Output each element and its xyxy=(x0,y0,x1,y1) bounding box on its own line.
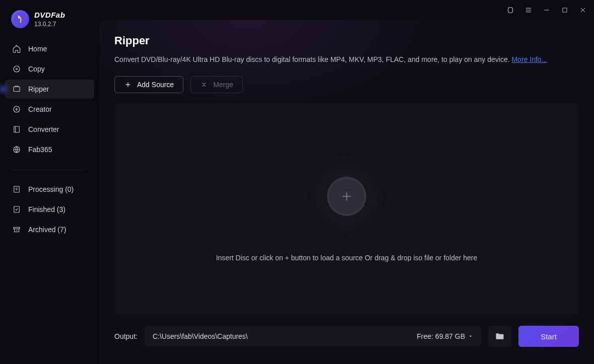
svg-point-1 xyxy=(18,17,20,18)
drop-circle-area xyxy=(306,156,387,237)
content-area: Ripper Convert DVD/Blu-ray/4K Ultra HD B… xyxy=(99,20,594,364)
processing-icon xyxy=(12,185,21,194)
browse-folder-button[interactable] xyxy=(488,326,511,347)
sidebar-item-processing[interactable]: Processing (0) xyxy=(5,180,94,199)
ripper-icon xyxy=(12,85,21,94)
finished-icon xyxy=(12,205,21,214)
close-button[interactable] xyxy=(578,5,588,15)
sidebar-divider xyxy=(11,169,88,170)
start-label: Start xyxy=(541,332,557,341)
sidebar-item-finished[interactable]: Finished (3) xyxy=(5,200,94,219)
page-title: Ripper xyxy=(114,34,579,47)
app-logo-icon xyxy=(11,10,29,28)
sidebar-item-label: Finished (3) xyxy=(28,205,65,213)
menu-icon[interactable] xyxy=(523,5,534,15)
svg-point-2 xyxy=(14,66,20,72)
sidebar-item-label: Creator xyxy=(28,105,52,113)
page-header: Ripper Convert DVD/Blu-ray/4K Ultra HD B… xyxy=(99,20,594,65)
sidebar-item-home[interactable]: Home xyxy=(5,39,94,58)
notify-icon[interactable] xyxy=(505,5,515,15)
logo-area: DVDFab 13.0.2.7 xyxy=(0,0,99,38)
archived-icon xyxy=(12,225,21,234)
dropzone[interactable]: Insert Disc or click on + button to load… xyxy=(114,103,579,315)
merge-icon xyxy=(200,81,208,89)
add-source-label: Add Source xyxy=(137,81,174,89)
drop-hint: Insert Disc or click on + button to load… xyxy=(216,254,478,262)
page-description: Convert DVD/Blu-ray/4K Ultra HD Blu-ray … xyxy=(114,54,579,65)
svg-rect-9 xyxy=(14,186,20,192)
sidebar-item-creator[interactable]: Creator xyxy=(5,100,94,119)
converter-icon xyxy=(12,125,21,134)
sidebar-item-archived[interactable]: Archived (7) xyxy=(5,220,94,239)
sidebar-item-label: Fab365 xyxy=(28,145,52,154)
svg-rect-4 xyxy=(14,87,20,92)
main: Ripper Convert DVD/Blu-ray/4K Ultra HD B… xyxy=(99,0,594,364)
sidebar-item-label: Home xyxy=(28,45,47,53)
toolbar: Add Source Merge xyxy=(99,65,594,93)
merge-button[interactable]: Merge xyxy=(190,76,243,93)
sidebar-item-converter[interactable]: Converter xyxy=(5,120,94,139)
svg-point-3 xyxy=(16,68,18,70)
svg-rect-20 xyxy=(563,8,567,12)
sidebar-item-copy[interactable]: Copy xyxy=(5,59,94,79)
app-version: 13.0.2.7 xyxy=(34,21,65,28)
sidebar-item-label: Processing (0) xyxy=(28,185,74,193)
caret-down-icon xyxy=(468,334,473,339)
free-space-dropdown[interactable]: Free: 69.87 GB xyxy=(417,332,473,340)
add-source-button[interactable]: Add Source xyxy=(114,76,183,93)
copy-icon xyxy=(12,64,21,74)
task-list: Processing (0) Finished (3) Archived (7) xyxy=(0,179,99,240)
creator-icon xyxy=(12,105,21,114)
svg-point-0 xyxy=(14,13,27,26)
sidebar-item-label: Copy xyxy=(28,65,45,73)
sidebar-item-label: Ripper xyxy=(28,85,49,93)
titlebar xyxy=(99,0,594,20)
sidebar-item-label: Converter xyxy=(28,125,59,133)
svg-rect-6 xyxy=(14,126,20,132)
maximize-button[interactable] xyxy=(560,5,570,15)
minimize-button[interactable] xyxy=(542,5,552,15)
sidebar-item-label: Archived (7) xyxy=(28,226,66,234)
plus-icon xyxy=(124,81,132,89)
more-info-link[interactable]: More Info... xyxy=(511,55,547,63)
sidebar-item-fab365[interactable]: Fab365 xyxy=(5,140,94,159)
start-button[interactable]: Start xyxy=(518,326,579,347)
output-label: Output: xyxy=(114,332,138,340)
folder-icon xyxy=(495,331,505,341)
nav-list: Home Copy Ripper Creator Converter Fab36… xyxy=(0,38,99,160)
sidebar: DVDFab 13.0.2.7 Home Copy Ripper Creator… xyxy=(0,0,99,364)
sidebar-item-ripper[interactable]: Ripper xyxy=(5,80,94,99)
output-path-box[interactable]: C:\Users\fab\Videos\Captures\ Free: 69.8… xyxy=(145,326,481,346)
merge-label: Merge xyxy=(213,81,233,89)
fab365-icon xyxy=(12,145,21,154)
home-icon xyxy=(12,44,21,53)
output-path: C:\Users\fab\Videos\Captures\ xyxy=(153,332,248,340)
footer: Output: C:\Users\fab\Videos\Captures\ Fr… xyxy=(99,315,594,360)
app-name: DVDFab xyxy=(34,11,65,19)
